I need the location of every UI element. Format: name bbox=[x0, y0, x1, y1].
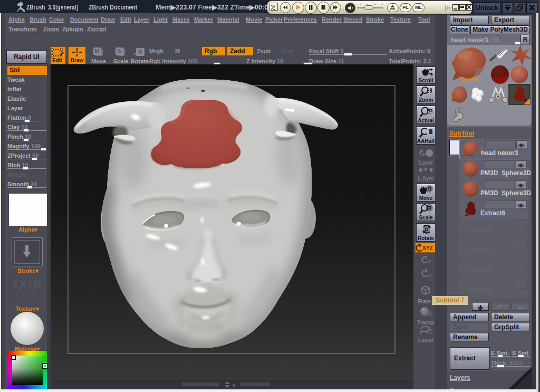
svg-text:Y: Y bbox=[428, 259, 431, 264]
svg-text:M: M bbox=[94, 48, 99, 54]
svg-text:Z: Z bbox=[428, 273, 431, 278]
svg-text:S: S bbox=[117, 48, 121, 54]
svg-text:x1: x1 bbox=[428, 110, 432, 113]
svg-text:XYZ: XYZ bbox=[422, 245, 432, 251]
svg-text:R: R bbox=[138, 49, 142, 55]
svg-text:Tool▾: Tool▾ bbox=[460, 75, 478, 83]
